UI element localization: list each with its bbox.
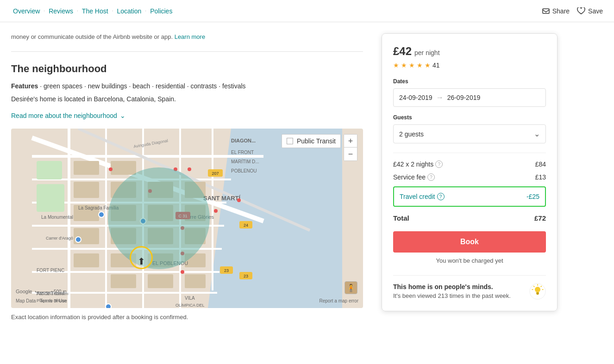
share-button[interactable]: Share <box>542 7 570 15</box>
date-end: 26-09-2019 <box>447 94 481 101</box>
map-data-label[interactable]: Map Data <box>16 298 36 303</box>
zoom-out-button[interactable]: − <box>344 148 357 160</box>
total-line: Total £72 <box>393 214 546 222</box>
svg-text:23: 23 <box>224 268 229 273</box>
nav-reviews[interactable]: Reviews <box>47 6 75 17</box>
svg-rect-27 <box>111 228 136 244</box>
star-1: ★ <box>393 62 399 69</box>
dates-arrow: → <box>436 93 444 102</box>
neighbourhood-title: The neighbourhood <box>11 63 363 75</box>
popularity-section: This home is on people's minds. It's bee… <box>393 283 546 300</box>
total-amount: £72 <box>534 214 546 222</box>
svg-line-88 <box>541 286 542 287</box>
price-row: £42 per night <box>393 45 546 58</box>
svg-point-76 <box>181 252 184 255</box>
guests-selector[interactable]: 2 guests ⌄ <box>393 124 546 143</box>
svg-point-72 <box>109 167 113 171</box>
svg-text:SANT MARTÍ: SANT MARTÍ <box>203 195 241 202</box>
svg-rect-34 <box>148 274 173 288</box>
svg-point-80 <box>237 198 241 202</box>
nights-help-icon[interactable]: ? <box>435 160 443 168</box>
date-start: 24-09-2019 <box>399 94 432 101</box>
transit-checkbox <box>287 138 293 144</box>
nights-label: £42 x 2 nights <box>393 160 433 168</box>
popularity-text: This home is on people's minds. It's bee… <box>393 283 522 299</box>
price-per-night: per night <box>414 49 439 56</box>
price-amount: £42 <box>393 45 412 58</box>
svg-text:EL FRONT: EL FRONT <box>231 150 254 155</box>
nav-links: Overview · Reviews · The Host · Location… <box>11 6 174 17</box>
star-2: ★ <box>401 62 407 69</box>
chevron-down-icon: ⌄ <box>120 112 125 119</box>
nav-location[interactable]: Location <box>115 6 143 17</box>
svg-rect-30 <box>148 182 173 198</box>
svg-text:MARÍTIM D...: MARÍTIM D... <box>231 159 259 164</box>
stars-row: ★ ★ ★ ★ ★ 41 <box>393 62 546 69</box>
terms-link[interactable]: Terms of Use <box>40 298 67 303</box>
svg-text:FORT PIENC: FORT PIENC <box>37 268 64 273</box>
learn-more-link[interactable]: Learn more <box>175 33 205 40</box>
warning-text: money or communicate outside of the Airb… <box>11 33 363 52</box>
svg-rect-83 <box>536 292 539 294</box>
nav-dot-4: · <box>145 8 146 13</box>
map-links: Map Data Terms of Use <box>16 298 70 303</box>
features-label: Features <box>11 82 38 90</box>
svg-text:La Sagrada Família: La Sagrada Família <box>78 205 119 210</box>
book-button[interactable]: Book <box>393 231 546 253</box>
svg-point-78 <box>188 167 191 171</box>
svg-text:207: 207 <box>212 171 219 176</box>
travel-credit-help-icon[interactable]: ? <box>437 193 445 200</box>
no-charge-text: You won't be charged yet <box>393 257 546 264</box>
svg-text:OLÍMPICA DEL: OLÍMPICA DEL <box>175 303 205 308</box>
booking-card: £42 per night ★ ★ ★ ★ ★ 41 Dates 24-09-2… <box>382 33 558 311</box>
scale-bar <box>35 291 52 292</box>
nav-the-host[interactable]: The Host <box>80 6 110 17</box>
service-fee-help-icon[interactable]: ? <box>427 173 435 181</box>
svg-point-70 <box>140 218 146 224</box>
nav-policies[interactable]: Policies <box>148 6 174 17</box>
page-wrapper: money or communicate outside of the Airb… <box>0 22 614 335</box>
svg-point-69 <box>75 237 81 242</box>
svg-rect-0 <box>543 9 549 13</box>
nav-overview[interactable]: Overview <box>11 6 42 17</box>
nav-actions: Share Save <box>542 7 603 15</box>
svg-point-75 <box>181 226 184 230</box>
map-container[interactable]: Avinguda Diagonal DIAGON... EL FRONT MAR… <box>11 129 363 308</box>
features-separator: · <box>40 82 44 90</box>
read-more-link[interactable]: Read more about the neighbourhood ⌄ <box>11 112 363 119</box>
nights-amount: £84 <box>535 160 546 168</box>
divider-2 <box>393 275 546 276</box>
chevron-down-icon: ⌄ <box>534 130 540 138</box>
heart-icon <box>577 7 585 15</box>
svg-rect-19 <box>74 161 99 175</box>
svg-rect-39 <box>185 274 206 288</box>
svg-point-82 <box>535 287 540 292</box>
save-button[interactable]: Save <box>577 7 603 15</box>
guests-label: Guests <box>393 114 546 121</box>
save-label: Save <box>588 7 603 15</box>
public-transit-toggle[interactable]: Public Transit <box>282 134 341 148</box>
total-label: Total <box>393 214 409 222</box>
svg-rect-20 <box>74 182 99 198</box>
report-map-link[interactable]: Report a map error <box>320 298 358 303</box>
svg-text:EL POBLENOU: EL POBLENOU <box>152 260 188 266</box>
dates-label: Dates <box>393 78 546 85</box>
star-3: ★ <box>409 62 415 69</box>
top-navigation: Overview · Reviews · The Host · Location… <box>0 0 614 22</box>
travel-credit-label: Travel credit <box>400 193 435 200</box>
travel-credit-box: Travel credit ? -£25 <box>393 186 546 207</box>
svg-rect-29 <box>111 274 136 288</box>
svg-text:DIAGON...: DIAGON... <box>231 138 256 143</box>
divider <box>393 153 546 153</box>
left-column: money or communicate outside of the Airb… <box>11 22 363 335</box>
review-count: 41 <box>432 62 440 69</box>
street-view-icon[interactable]: 🧍 <box>345 281 357 294</box>
svg-text:POBLENOU: POBLENOU <box>231 168 257 173</box>
zoom-in-button[interactable]: + <box>344 135 357 148</box>
dates-box[interactable]: 24-09-2019 → 26-09-2019 <box>393 88 546 107</box>
svg-text:C 31: C 31 <box>178 214 187 218</box>
svg-text:Carrer d'Aragó: Carrer d'Aragó <box>46 236 73 241</box>
svg-rect-31 <box>148 205 173 221</box>
svg-point-74 <box>148 189 152 193</box>
public-transit-label: Public Transit <box>297 137 336 145</box>
